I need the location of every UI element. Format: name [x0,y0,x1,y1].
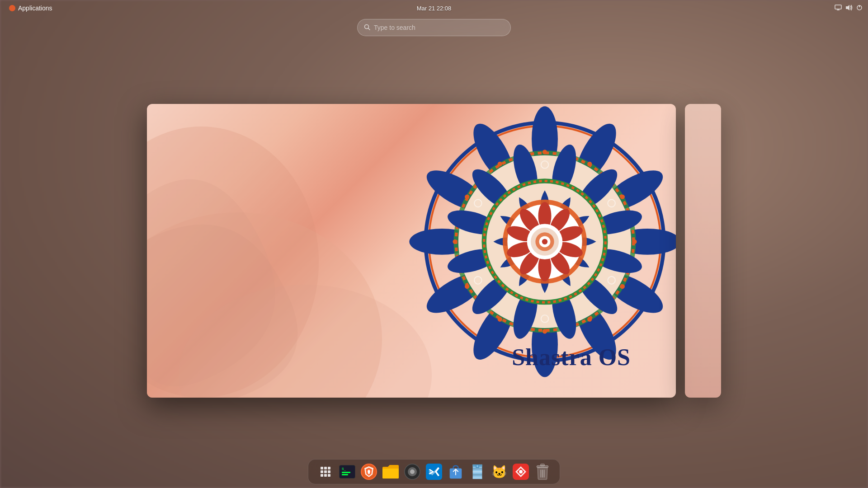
svg-rect-92 [476,465,478,467]
svg-point-82 [410,469,415,474]
svg-line-7 [368,28,370,30]
grid-icon [321,467,330,477]
dock-item-files[interactable] [381,462,401,482]
svg-rect-0 [835,5,841,9]
dock-item-sysmon[interactable] [402,462,422,482]
os-name-text: Shastra OS [512,344,631,371]
topbar: Applications Mar 21 22:08 [0,0,868,16]
dock-item-app-grid[interactable] [316,462,335,482]
display-tray-icon[interactable] [835,5,842,12]
archive-icon [471,464,484,480]
svg-point-69 [453,239,457,244]
app-menu-dot [9,5,15,11]
dock-item-vscode[interactable] [424,462,444,482]
datetime-display: Mar 21 22:08 [417,5,452,12]
dock-item-trash[interactable] [533,462,552,482]
search-bar[interactable] [357,19,511,36]
svg-point-66 [542,329,547,333]
svg-marker-3 [846,5,849,10]
svg-rect-90 [473,477,482,479]
app-menu-label: Applications [18,5,52,12]
svg-rect-89 [473,474,482,476]
system-tray [835,5,863,12]
svg-rect-96 [540,464,544,466]
search-input[interactable] [374,24,504,31]
terminal-icon: $_ [339,465,355,479]
main-window[interactable]: Shastra OS [147,104,676,398]
dock-item-store[interactable] [446,462,466,482]
store-icon [448,463,464,480]
volume-tray-icon[interactable] [845,5,853,12]
dock-item-brave[interactable] [359,462,379,482]
brave-icon [361,464,377,480]
svg-point-94 [519,470,523,474]
sysmon-icon [404,464,420,480]
svg-rect-87 [473,468,482,469]
dock-item-archive[interactable] [467,462,487,482]
folder-icon [382,464,400,479]
svg-point-63 [632,239,637,244]
dock-item-remote[interactable] [511,462,531,482]
svg-rect-88 [473,471,482,473]
trash-icon [535,463,550,480]
windows-area: Shastra OS [0,41,868,461]
search-bar-container [357,19,511,36]
side-window [685,104,721,398]
vscode-icon [426,464,442,480]
remote-icon [513,464,529,480]
power-tray-icon[interactable] [856,5,863,12]
search-icon [364,24,370,32]
svg-point-59 [542,239,547,244]
dock: $_ [308,459,560,484]
typora-icon: 🐱 [491,465,507,479]
dock-item-terminal[interactable]: $_ [337,462,357,482]
dock-item-typora[interactable]: 🐱 [489,462,509,482]
app-menu-button[interactable]: Applications [5,3,56,14]
svg-point-60 [542,150,547,154]
